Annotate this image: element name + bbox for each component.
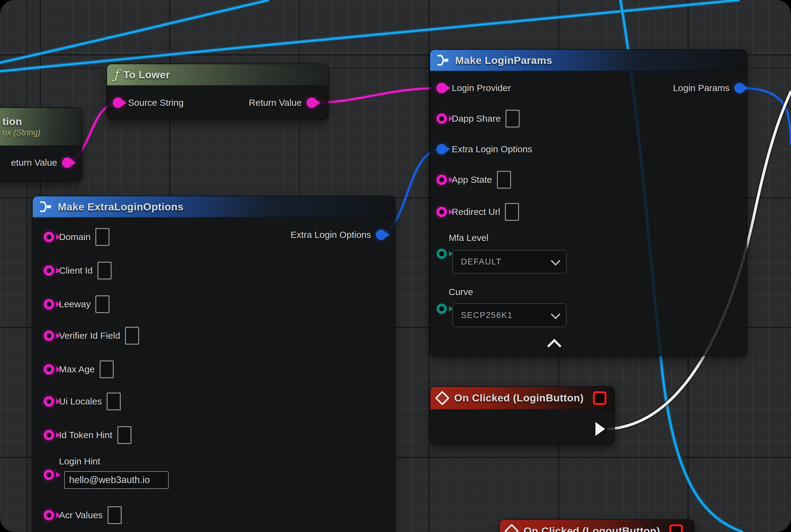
pin-label: Max Age: [59, 364, 95, 375]
login-hint-value: hello@web3auth.io: [69, 475, 150, 486]
node-title: Make LoginParams: [455, 54, 552, 66]
verifier-id-field-checkbox[interactable]: [125, 327, 139, 345]
string-input-pin[interactable]: [44, 265, 54, 276]
chevron-down-icon: [551, 310, 560, 319]
blueprint-canvas[interactable]: tion ox (String) eturn Value ƒ To Lower …: [0, 0, 791, 532]
pin-row-redirect-url: Redirect Url: [437, 205, 519, 219]
string-input-pin[interactable]: [44, 364, 54, 375]
enum-input-pin[interactable]: [437, 249, 447, 259]
struct-output-pin[interactable]: [734, 83, 745, 93]
pin-label: Login Provider: [452, 83, 511, 93]
redirect-url-checkbox[interactable]: [505, 203, 519, 221]
node-make-login-params[interactable]: Make LoginParams Login Provider Login Pa…: [430, 50, 747, 356]
pin-label: Login Params: [673, 83, 730, 93]
leeway-checkbox[interactable]: [95, 296, 110, 313]
dapp-share-checkbox[interactable]: [505, 110, 520, 128]
node-on-clicked-login-button[interactable]: On Clicked (LoginButton): [430, 387, 614, 444]
pin-label: Extra Login Options: [291, 230, 371, 240]
string-input-pin[interactable]: [437, 83, 447, 93]
string-input-pin[interactable]: [437, 207, 447, 217]
node-on-clicked-logout-button[interactable]: On Clicked (LogoutButton): [500, 520, 694, 532]
pin-row-max-age: Max Age: [44, 362, 114, 376]
pin-row-client-id: Client Id: [44, 264, 112, 278]
node-on-clicked-logout-header: On Clicked (LogoutButton): [500, 520, 694, 532]
curve-value: SECP256K1: [461, 311, 513, 320]
string-input-pin[interactable]: [44, 430, 54, 440]
max-age-checkbox[interactable]: [100, 360, 114, 378]
pin-row-mfa-level: [437, 247, 447, 261]
string-input-pin[interactable]: [44, 510, 54, 520]
struct-input-pin[interactable]: [437, 144, 447, 154]
pin-label: eturn Value: [11, 157, 57, 168]
string-output-pin[interactable]: [307, 97, 317, 108]
pin-row-leeway: Leeway: [44, 297, 110, 311]
wire-cyan-upper[interactable]: [0, 0, 269, 63]
app-state-checkbox[interactable]: [497, 171, 511, 189]
make-struct-icon: [437, 54, 450, 66]
node-make-extra-header: Make ExtraLoginOptions: [33, 196, 395, 218]
pin-label: Id Token Hint: [59, 430, 113, 440]
pin-label: Redirect Url: [452, 207, 500, 217]
curve-dropdown[interactable]: SECP256K1: [452, 303, 567, 327]
make-struct-icon: [39, 201, 53, 213]
acr-values-checkbox[interactable]: [108, 506, 122, 524]
pin-label: Verifier Id Field: [59, 330, 120, 341]
event-bind-icon[interactable]: [669, 524, 683, 532]
string-input-pin[interactable]: [437, 113, 447, 124]
event-diamond-icon: [435, 391, 449, 405]
pin-row-login-provider: Login Provider: [437, 81, 511, 95]
pin-row-login-params-out: Login Params: [673, 81, 745, 95]
node-truncated-function-header: tion ox (String): [0, 108, 82, 146]
wire-tolower-to-loginprovider[interactable]: [312, 88, 442, 103]
pin-row-extra-login-options-out: Extra Login Options: [291, 228, 386, 242]
string-input-pin[interactable]: [44, 470, 54, 480]
node-make-login-params-header: Make LoginParams: [430, 50, 747, 71]
pin-label: Extra Login Options: [452, 144, 532, 154]
pin-row-extra-login-options-in: Extra Login Options: [437, 142, 532, 156]
mfa-level-value: DEFAULT: [461, 257, 502, 267]
collapse-node-chevron-icon[interactable]: [547, 339, 561, 353]
node-to-lower-header: ƒ To Lower: [107, 64, 328, 86]
wire-login-params-out[interactable]: [742, 88, 791, 145]
mfa-level-dropdown[interactable]: DEFAULT: [452, 250, 567, 274]
pin-label: Client Id: [59, 265, 93, 276]
node-title: Make ExtraLoginOptions: [58, 201, 184, 213]
pin-label: Leeway: [59, 299, 91, 309]
ui-locales-checkbox[interactable]: [107, 393, 121, 410]
pin-row-verifier-id-field: Verifier Id Field: [44, 329, 139, 343]
struct-output-pin[interactable]: [376, 230, 386, 240]
function-icon: ƒ: [114, 68, 119, 81]
string-output-pin[interactable]: [62, 157, 73, 168]
mfa-level-label: Mfa Level: [449, 233, 488, 243]
pin-row-login-hint: [44, 468, 54, 482]
node-truncated-function[interactable]: tion ox (String) eturn Value: [0, 108, 82, 181]
node-title: On Clicked (LogoutButton): [524, 525, 660, 532]
string-input-pin[interactable]: [44, 299, 54, 309]
string-input-pin[interactable]: [44, 232, 54, 242]
string-input-pin[interactable]: [113, 97, 123, 108]
event-bind-icon[interactable]: [593, 391, 606, 405]
event-diamond-icon: [504, 524, 519, 532]
pin-label: Dapp Share: [452, 113, 501, 124]
pin-row-return-value: eturn Value: [11, 156, 73, 170]
login-hint-label: Login Hint: [59, 456, 100, 467]
id-token-hint-checkbox[interactable]: [117, 426, 131, 444]
pin-label: Acr Values: [59, 510, 103, 520]
pin-label: Domain: [59, 232, 91, 242]
string-input-pin[interactable]: [437, 175, 447, 185]
node-to-lower[interactable]: ƒ To Lower Source String Return Value: [107, 64, 328, 119]
domain-checkbox[interactable]: [95, 228, 110, 246]
login-hint-input[interactable]: hello@web3auth.io: [64, 471, 169, 489]
client-id-checkbox[interactable]: [97, 262, 112, 280]
node-make-extra-login-options[interactable]: Make ExtraLoginOptions Extra Login Optio…: [33, 196, 395, 532]
enum-input-pin[interactable]: [437, 304, 447, 314]
node-title: tion: [2, 116, 22, 128]
string-input-pin[interactable]: [44, 396, 54, 407]
pin-row-app-state: App State: [437, 173, 511, 187]
string-input-pin[interactable]: [44, 330, 54, 341]
exec-output-pin[interactable]: [595, 422, 605, 436]
node-on-clicked-login-header: On Clicked (LoginButton): [430, 387, 614, 410]
pin-label: Ui Locales: [59, 396, 102, 407]
pin-label: Return Value: [249, 97, 302, 108]
pin-row-dapp-share: Dapp Share: [437, 112, 520, 126]
